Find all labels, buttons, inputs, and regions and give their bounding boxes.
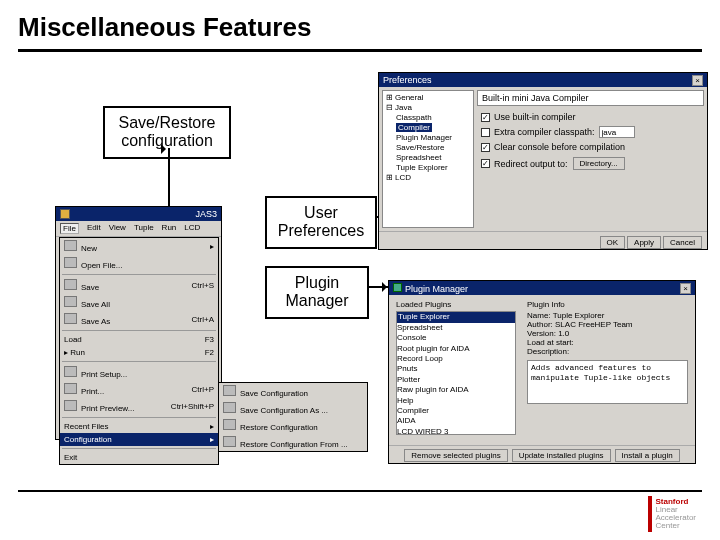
update-plugins-button[interactable]: Update installed plugins: [512, 449, 611, 462]
file-menu: New▸ Open File... SaveCtrl+S Save All Sa…: [59, 237, 219, 465]
list-item: Tuple Explorer: [397, 312, 515, 322]
mi-restore-config[interactable]: Restore Configuration: [219, 417, 367, 434]
plugin-author: Author: SLAC FreeHEP Team: [527, 320, 688, 329]
plugin-info-panel: Plugin Info Name: Tuple Explorer Author:…: [523, 298, 692, 442]
mi-new[interactable]: New▸: [60, 238, 218, 255]
prefs-panel-title: Built-in mini Java Compiler: [477, 90, 704, 106]
plugin-description: Adds advanced features to manipulate Tup…: [527, 360, 688, 404]
list-item: Raw plugin for AIDA: [397, 385, 515, 395]
menu-run[interactable]: Run: [162, 223, 177, 234]
callout-user-prefs: User Preferences: [265, 196, 377, 249]
plugin-info-header: Plugin Info: [527, 300, 688, 309]
jas3-titlebar: JAS3: [56, 207, 221, 221]
mi-recent[interactable]: Recent Files▸: [60, 420, 218, 433]
jas3-window: JAS3 File Edit View Tuple Run LCD New▸ O…: [55, 206, 222, 440]
close-icon[interactable]: ×: [680, 283, 691, 294]
list-item: Root plugin for AIDA: [397, 344, 515, 354]
ok-button[interactable]: OK: [600, 236, 626, 249]
list-item: Spreadsheet: [397, 323, 515, 333]
opt-redirect-output[interactable]: ✓Redirect output to:Directory...: [481, 156, 700, 171]
config-submenu: Save Configuration Save Configuration As…: [218, 382, 368, 452]
opt-use-builtin[interactable]: ✓Use built-in compiler: [481, 112, 700, 122]
plugin-version: Version: 1.0: [527, 329, 688, 338]
mi-print-setup[interactable]: Print Setup...: [60, 364, 218, 381]
menu-file[interactable]: File: [60, 223, 79, 234]
list-item: Compiler: [397, 406, 515, 416]
mi-save-as[interactable]: Save AsCtrl+A: [60, 311, 218, 328]
apply-button[interactable]: Apply: [627, 236, 661, 249]
list-item: Record Loop: [397, 354, 515, 364]
close-icon[interactable]: ×: [692, 75, 703, 86]
list-item: Help: [397, 396, 515, 406]
remove-plugins-button[interactable]: Remove selected plugins: [404, 449, 507, 462]
plugin-icon: [393, 283, 402, 292]
preferences-titlebar: Preferences ×: [379, 73, 707, 87]
plugin-list[interactable]: Tuple Explorer Spreadsheet Console Root …: [396, 311, 516, 435]
pm-titlebar: Plugin Manager ×: [389, 281, 695, 295]
cancel-button[interactable]: Cancel: [663, 236, 702, 249]
jas3-title: JAS3: [195, 209, 217, 219]
list-item: Console: [397, 333, 515, 343]
mi-load[interactable]: LoadF3: [60, 333, 218, 346]
preferences-tree[interactable]: ⊞General ⊟Java Classpath Compiler Plugin…: [382, 90, 474, 228]
mi-configuration[interactable]: Configuration▸: [60, 433, 218, 446]
bottom-rule: [18, 490, 702, 492]
plugin-load-at: Load at start:: [527, 338, 688, 347]
slide-title: Miscellaneous Features: [0, 0, 720, 45]
opt-clear-console[interactable]: ✓Clear console before compilation: [481, 142, 700, 152]
menu-lcd[interactable]: LCD: [184, 223, 200, 234]
list-item: Plotter: [397, 375, 515, 385]
mi-restore-config-from[interactable]: Restore Configuration From ...: [219, 434, 367, 451]
directory-button[interactable]: Directory...: [573, 157, 625, 170]
mi-save-all[interactable]: Save All: [60, 294, 218, 311]
plugin-manager-window: Plugin Manager × Loaded Plugins Tuple Ex…: [388, 280, 696, 464]
list-item: Pnuts: [397, 364, 515, 374]
extra-classpath-input[interactable]: [599, 126, 635, 138]
mi-exit[interactable]: Exit: [60, 451, 218, 464]
plugin-name: Name: Tuple Explorer: [527, 311, 688, 320]
opt-extra-classpath[interactable]: Extra compiler classpath:: [481, 126, 700, 138]
list-item: LCD WIRED 3: [397, 427, 515, 436]
mi-save-config-as[interactable]: Save Configuration As ...: [219, 400, 367, 417]
mi-open[interactable]: Open File...: [60, 255, 218, 272]
mi-save[interactable]: SaveCtrl+S: [60, 277, 218, 294]
menubar[interactable]: File Edit View Tuple Run LCD: [56, 221, 221, 237]
menu-view[interactable]: View: [109, 223, 126, 234]
list-item: AIDA: [397, 416, 515, 426]
callout-plugin-manager: Plugin Manager: [265, 266, 369, 319]
title-rule: [18, 49, 702, 52]
pm-plugin-list-panel: Loaded Plugins Tuple Explorer Spreadshee…: [392, 298, 520, 442]
menu-tuple[interactable]: Tuple: [134, 223, 154, 234]
mi-save-config[interactable]: Save Configuration: [219, 383, 367, 400]
plugin-desc-label: Description:: [527, 347, 688, 356]
mi-print[interactable]: Print...Ctrl+P: [60, 381, 218, 398]
slac-logo: StanfordLinearAcceleratorCenter: [648, 496, 700, 532]
install-plugin-button[interactable]: Install a plugin: [615, 449, 680, 462]
preferences-title: Preferences: [383, 75, 432, 85]
menu-edit[interactable]: Edit: [87, 223, 101, 234]
loaded-plugins-label: Loaded Plugins: [396, 300, 516, 310]
mi-run[interactable]: ▸ RunF2: [60, 346, 218, 359]
app-icon: [60, 209, 70, 219]
preferences-window: Preferences × ⊞General ⊟Java Classpath C…: [378, 72, 708, 250]
mi-print-preview[interactable]: Print Preview...Ctrl+Shift+P: [60, 398, 218, 415]
